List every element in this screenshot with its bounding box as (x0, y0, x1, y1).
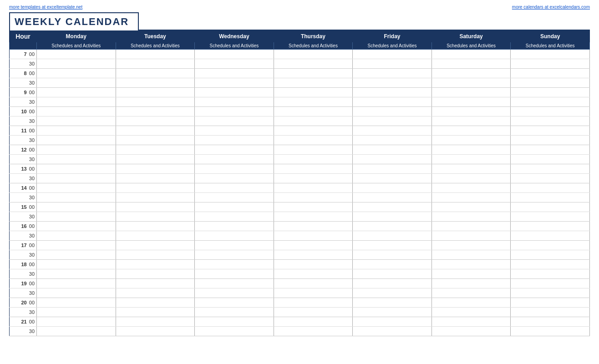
calendar-cell[interactable] (431, 222, 511, 231)
calendar-cell[interactable] (353, 241, 432, 250)
calendar-cell[interactable] (431, 250, 511, 260)
calendar-cell[interactable] (37, 250, 116, 260)
calendar-cell[interactable] (274, 193, 353, 202)
calendar-cell[interactable] (511, 308, 590, 317)
calendar-cell[interactable] (116, 202, 195, 212)
calendar-cell[interactable] (195, 164, 274, 174)
calendar-cell[interactable] (431, 260, 511, 269)
calendar-cell[interactable] (274, 116, 353, 126)
calendar-cell[interactable] (353, 59, 432, 69)
calendar-cell[interactable] (353, 279, 432, 288)
calendar-cell[interactable] (37, 164, 116, 174)
calendar-cell[interactable] (37, 183, 116, 193)
calendar-cell[interactable] (511, 222, 590, 231)
calendar-cell[interactable] (274, 327, 353, 336)
calendar-cell[interactable] (116, 78, 195, 88)
calendar-cell[interactable] (37, 269, 116, 279)
calendar-cell[interactable] (353, 126, 432, 136)
calendar-cell[interactable] (431, 241, 511, 250)
calendar-cell[interactable] (431, 69, 511, 78)
calendar-cell[interactable] (116, 193, 195, 202)
calendar-cell[interactable] (431, 145, 511, 155)
calendar-cell[interactable] (274, 241, 353, 250)
calendar-cell[interactable] (274, 279, 353, 288)
calendar-cell[interactable] (511, 231, 590, 241)
calendar-cell[interactable] (274, 174, 353, 183)
calendar-cell[interactable] (116, 327, 195, 336)
calendar-cell[interactable] (116, 183, 195, 193)
calendar-cell[interactable] (116, 136, 195, 145)
calendar-cell[interactable] (116, 59, 195, 69)
calendar-cell[interactable] (195, 174, 274, 183)
calendar-cell[interactable] (116, 145, 195, 155)
calendar-cell[interactable] (195, 288, 274, 298)
calendar-cell[interactable] (431, 317, 511, 327)
calendar-cell[interactable] (511, 250, 590, 260)
calendar-cell[interactable] (195, 107, 274, 116)
calendar-cell[interactable] (511, 97, 590, 107)
calendar-cell[interactable] (195, 317, 274, 327)
calendar-cell[interactable] (195, 269, 274, 279)
calendar-cell[interactable] (274, 69, 353, 78)
calendar-cell[interactable] (195, 88, 274, 97)
calendar-cell[interactable] (431, 126, 511, 136)
calendar-cell[interactable] (195, 231, 274, 241)
calendar-cell[interactable] (195, 241, 274, 250)
calendar-cell[interactable] (511, 116, 590, 126)
calendar-cell[interactable] (511, 69, 590, 78)
calendar-cell[interactable] (195, 260, 274, 269)
calendar-cell[interactable] (431, 88, 511, 97)
calendar-cell[interactable] (511, 145, 590, 155)
calendar-cell[interactable] (37, 298, 116, 308)
calendar-cell[interactable] (353, 298, 432, 308)
calendar-cell[interactable] (116, 126, 195, 136)
calendar-cell[interactable] (353, 164, 432, 174)
calendar-cell[interactable] (37, 260, 116, 269)
calendar-cell[interactable] (116, 97, 195, 107)
calendar-cell[interactable] (116, 174, 195, 183)
calendar-cell[interactable] (274, 136, 353, 145)
calendar-cell[interactable] (116, 260, 195, 269)
right-link[interactable]: more calendars at excelcalendars.com (512, 5, 590, 11)
calendar-cell[interactable] (511, 317, 590, 327)
calendar-cell[interactable] (274, 78, 353, 88)
calendar-cell[interactable] (37, 327, 116, 336)
calendar-cell[interactable] (431, 78, 511, 88)
calendar-cell[interactable] (195, 202, 274, 212)
calendar-cell[interactable] (353, 250, 432, 260)
calendar-cell[interactable] (511, 288, 590, 298)
calendar-cell[interactable] (116, 250, 195, 260)
calendar-cell[interactable] (37, 202, 116, 212)
calendar-cell[interactable] (431, 116, 511, 126)
calendar-cell[interactable] (37, 50, 116, 59)
calendar-cell[interactable] (431, 308, 511, 317)
calendar-cell[interactable] (511, 202, 590, 212)
calendar-cell[interactable] (353, 155, 432, 164)
calendar-cell[interactable] (511, 78, 590, 88)
calendar-cell[interactable] (511, 126, 590, 136)
calendar-cell[interactable] (431, 107, 511, 116)
calendar-cell[interactable] (195, 126, 274, 136)
calendar-cell[interactable] (116, 269, 195, 279)
calendar-cell[interactable] (431, 269, 511, 279)
calendar-cell[interactable] (511, 241, 590, 250)
calendar-cell[interactable] (274, 145, 353, 155)
calendar-cell[interactable] (511, 88, 590, 97)
calendar-cell[interactable] (431, 164, 511, 174)
calendar-cell[interactable] (195, 116, 274, 126)
calendar-cell[interactable] (431, 212, 511, 222)
calendar-cell[interactable] (274, 155, 353, 164)
calendar-cell[interactable] (195, 136, 274, 145)
calendar-cell[interactable] (353, 69, 432, 78)
calendar-cell[interactable] (511, 327, 590, 336)
calendar-cell[interactable] (511, 164, 590, 174)
calendar-cell[interactable] (511, 269, 590, 279)
calendar-cell[interactable] (353, 183, 432, 193)
calendar-cell[interactable] (37, 136, 116, 145)
calendar-cell[interactable] (116, 298, 195, 308)
calendar-cell[interactable] (431, 183, 511, 193)
calendar-cell[interactable] (116, 50, 195, 59)
calendar-cell[interactable] (195, 97, 274, 107)
calendar-cell[interactable] (353, 269, 432, 279)
calendar-cell[interactable] (37, 174, 116, 183)
